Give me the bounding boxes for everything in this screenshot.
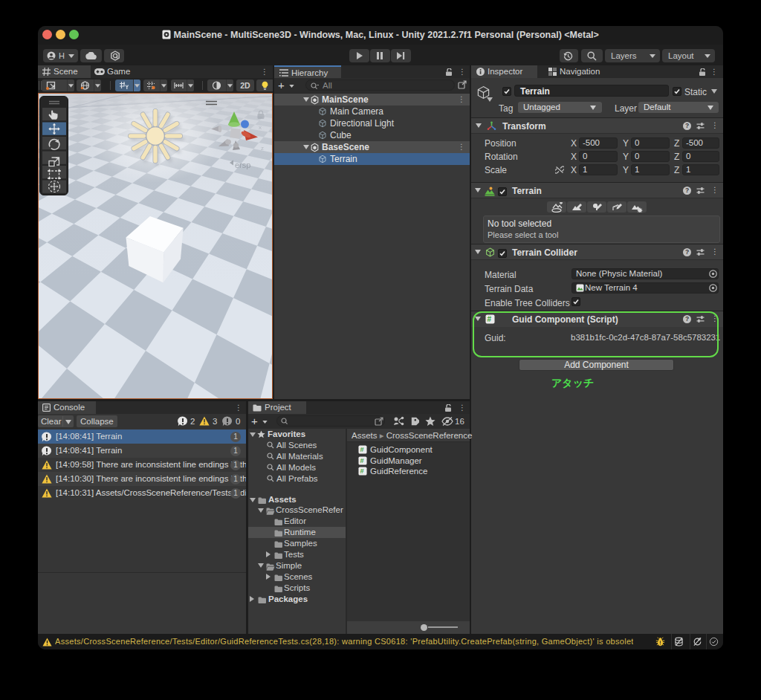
svg-text:ersp: ersp xyxy=(235,161,250,169)
svg-text:x: x xyxy=(259,124,262,131)
svg-text:#: # xyxy=(360,457,363,464)
svg-text:?: ? xyxy=(685,187,689,194)
svg-text:?: ? xyxy=(685,122,689,129)
svg-text:#: # xyxy=(360,467,363,475)
svg-text:#: # xyxy=(360,446,363,453)
svg-text:z: z xyxy=(261,145,264,152)
svg-text:?: ? xyxy=(685,248,689,256)
